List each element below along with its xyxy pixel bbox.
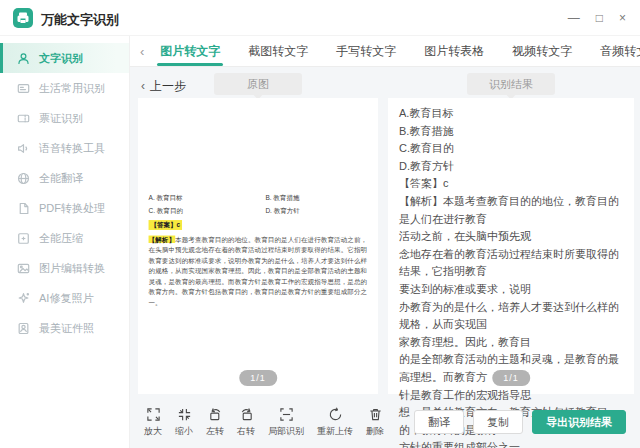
title-bar: 万能文字识别 — □ ×	[0, 0, 640, 36]
sidebar-item-ai-repair[interactable]: AI修复照片	[0, 283, 129, 313]
sidebar-item-label: AI修复照片	[39, 291, 93, 306]
original-image-blank-area	[138, 98, 378, 194]
sidebar-item-life-recognition[interactable]: 生活常用识别	[0, 73, 129, 103]
compress-icon	[17, 232, 30, 245]
original-image-text: A. 教育目标 B. 教育措施 C. 教育目的 D. 教育方针 【答案】c 【解…	[138, 194, 378, 308]
sidebar-item-compress[interactable]: 全能压缩	[0, 223, 129, 253]
tab-screenshot-to-text[interactable]: 截图转文字	[234, 36, 322, 66]
sidebar-item-pdf-convert[interactable]: PDF转换处理	[0, 193, 129, 223]
option-c: C. 教育目的	[149, 206, 266, 215]
tab-bar: ‹ 图片转文字 截图转文字 手写转文字 图片转表格 视频转文字 音频转文字 数字…	[130, 36, 640, 67]
tab-image-to-text[interactable]: 图片转文字	[146, 36, 234, 66]
partial-recognition-button[interactable]: 局部识别	[268, 407, 304, 438]
sidebar-item-audio-tools[interactable]: 语音转换工具	[0, 133, 129, 163]
sidebar-item-label: 最美证件照	[39, 321, 94, 336]
analysis-label-highlight: 【解析】	[149, 236, 176, 243]
pdf-file-icon	[17, 202, 30, 215]
app-title: 万能文字识别	[41, 11, 119, 29]
tab-image-to-table[interactable]: 图片转表格	[410, 36, 498, 66]
zoom-in-icon	[146, 407, 161, 422]
close-button[interactable]: ×	[619, 10, 626, 26]
analysis-text: 本题考查教育目的的地位。教育目的是人们在进行教育活动之前，在头脑中预先观念地存在…	[149, 236, 367, 307]
result-text[interactable]: A.教育目标 B.教育措施 C.教育目的 D.教育方针 【答案】c 【解析】本题…	[388, 98, 634, 448]
translate-button[interactable]: 翻译	[414, 410, 464, 434]
back-label: 上一步	[150, 79, 186, 93]
text-recognition-icon	[17, 52, 30, 65]
rotate-right-icon	[239, 407, 254, 422]
reupload-button[interactable]: 重新上传	[317, 407, 353, 438]
sidebar-item-label: 语音转换工具	[39, 141, 105, 156]
id-card-icon	[17, 82, 30, 95]
rotate-left-button[interactable]: 左转	[206, 407, 224, 438]
original-image-badge: 原图	[214, 73, 302, 95]
sidebar-item-label: 票证识别	[39, 111, 83, 126]
rotate-left-icon	[208, 407, 223, 422]
zoom-out-icon	[177, 407, 192, 422]
back-chevron-icon: ‹	[141, 79, 145, 93]
app-logo-icon	[13, 8, 33, 28]
sidebar-item-id-photo[interactable]: 最美证件照	[0, 313, 129, 343]
delete-button[interactable]: 删除	[366, 407, 384, 438]
option-a: A. 教育目标	[149, 194, 266, 203]
sidebar-item-label: PDF转换处理	[39, 201, 105, 216]
option-d: D. 教育方针	[265, 206, 367, 215]
original-page-indicator: 1/1	[239, 370, 277, 386]
zoom-in-button[interactable]: 放大	[144, 407, 162, 438]
option-b: B. 教育措施	[265, 194, 367, 203]
minimize-button[interactable]: —	[568, 10, 580, 26]
sidebar-item-text-recognition[interactable]: 文字识别	[0, 43, 129, 73]
analysis-paragraph: 【解析】本题考查教育目的的地位。教育目的是人们在进行教育活动之前，在头脑中预先观…	[149, 234, 367, 308]
refresh-icon	[328, 407, 343, 422]
result-panel: A.教育目标 B.教育措施 C.教育目的 D.教育方针 【答案】c 【解析】本题…	[388, 98, 634, 394]
sidebar-item-translate[interactable]: 全能翻译	[0, 163, 129, 193]
sidebar: 文字识别 生活常用识别 票证识别 语音转换工具 全能翻译 PDF转换处理 全	[0, 36, 130, 448]
tabs-back-chevron-icon[interactable]: ‹	[140, 44, 144, 59]
content-area: ‹上一步 原图 识别结果 A. 教育目标 B. 教育措施 C. 教育目的 D. …	[130, 67, 640, 448]
tab-video-to-text[interactable]: 视频转文字	[498, 36, 586, 66]
export-result-button[interactable]: 导出识别结果	[532, 410, 626, 434]
sidebar-item-label: 生活常用识别	[39, 81, 105, 96]
trash-icon	[368, 407, 383, 422]
sidebar-item-label: 图片编辑转换	[39, 261, 105, 276]
sidebar-item-label: 全能压缩	[39, 231, 83, 246]
copy-button[interactable]: 复制	[473, 410, 523, 434]
maximize-button[interactable]: □	[596, 10, 603, 26]
tab-audio-to-text[interactable]: 音频转文字	[586, 36, 640, 66]
sidebar-item-label: 文字识别	[39, 51, 83, 66]
image-toolbar: 放大 缩小 左转 右转 局部识别 重新上传	[144, 407, 384, 438]
window-controls: — □ ×	[568, 10, 626, 26]
result-actions: 翻译 复制 导出识别结果	[414, 410, 626, 434]
answer-highlight: 【答案】c	[149, 220, 182, 230]
speaker-icon	[17, 142, 30, 155]
main-area: ‹ 图片转文字 截图转文字 手写转文字 图片转表格 视频转文字 音频转文字 数字…	[130, 36, 640, 448]
portrait-icon	[17, 322, 30, 335]
ticket-icon	[17, 112, 30, 125]
scan-region-icon	[279, 407, 294, 422]
rotate-right-button[interactable]: 右转	[237, 407, 255, 438]
globe-icon	[17, 172, 30, 185]
active-tab-underline	[157, 63, 223, 66]
sparkle-icon	[17, 292, 30, 305]
image-icon	[17, 262, 30, 275]
original-image-panel: A. 教育目标 B. 教育措施 C. 教育目的 D. 教育方针 【答案】c 【解…	[138, 98, 378, 394]
zoom-out-button[interactable]: 缩小	[175, 407, 193, 438]
sidebar-item-label: 全能翻译	[39, 171, 83, 186]
result-badge: 识别结果	[467, 73, 555, 95]
sidebar-item-image-edit[interactable]: 图片编辑转换	[0, 253, 129, 283]
sidebar-item-ticket-recognition[interactable]: 票证识别	[0, 103, 129, 133]
tab-handwriting-to-text[interactable]: 手写转文字	[322, 36, 410, 66]
result-page-indicator: 1/1	[492, 370, 530, 386]
back-button[interactable]: ‹上一步	[141, 78, 186, 95]
